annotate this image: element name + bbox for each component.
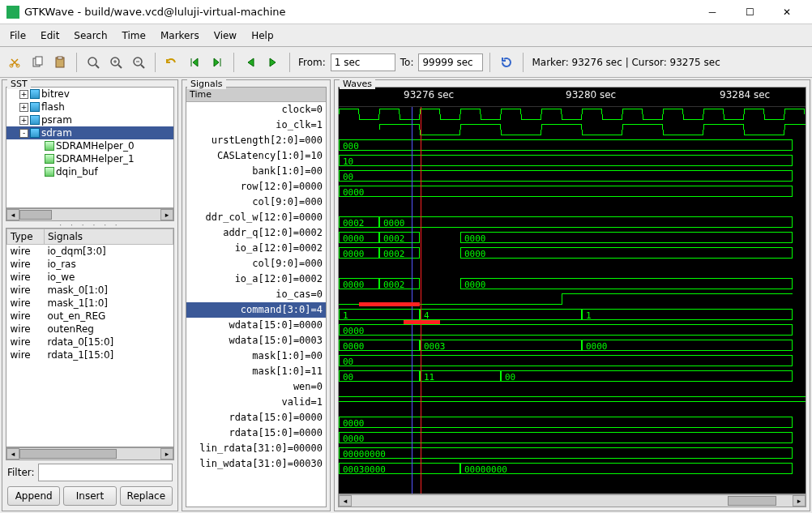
time-ruler[interactable]: 93276 sec93280 sec93284 sec xyxy=(339,88,806,107)
wave-track[interactable] xyxy=(339,107,806,122)
paste-icon[interactable] xyxy=(50,53,70,72)
tree-item-flash[interactable]: +flash xyxy=(6,100,173,113)
signal-item[interactable]: urstLength[2:0]=000 xyxy=(186,133,326,148)
tree-item-sdram[interactable]: -sdram xyxy=(6,126,173,139)
signal-item[interactable]: CASLatency[1:0]=10 xyxy=(186,148,326,164)
wave-track[interactable] xyxy=(339,384,806,400)
next-edge-icon[interactable] xyxy=(263,53,283,72)
signal-row[interactable]: wireout_en_REG xyxy=(7,310,173,323)
seek-start-icon[interactable] xyxy=(185,53,204,72)
minimize-button[interactable]: ─ xyxy=(694,0,731,24)
signal-item[interactable]: col[9:0]=000 xyxy=(186,256,326,271)
tree-hscroll[interactable]: ◂▸ xyxy=(6,208,174,221)
signal-item[interactable]: io_clk=1 xyxy=(186,118,326,133)
sash[interactable]: · · · · · · xyxy=(6,221,174,228)
reload-icon[interactable] xyxy=(497,53,516,72)
wave-track[interactable] xyxy=(339,122,806,138)
prev-edge-icon[interactable] xyxy=(241,53,260,72)
signal-item[interactable]: wdata[15:0]=0000 xyxy=(186,318,326,333)
wave-track[interactable]: 0000 xyxy=(339,184,806,199)
zoom-out-icon[interactable] xyxy=(129,53,148,72)
menu-view[interactable]: View xyxy=(207,27,243,45)
expander-icon[interactable]: + xyxy=(19,103,28,112)
signal-item[interactable]: valid=1 xyxy=(186,395,326,410)
from-input[interactable] xyxy=(331,53,395,71)
cursor-line[interactable] xyxy=(412,107,412,494)
wave-track[interactable]: 0000 xyxy=(339,430,806,446)
expander-icon[interactable]: + xyxy=(19,90,28,99)
zoom-in-icon[interactable] xyxy=(106,53,126,72)
wave-track[interactable] xyxy=(339,199,806,215)
signal-item[interactable]: clock=0 xyxy=(186,102,326,118)
signal-row[interactable]: wireio_ras xyxy=(7,258,173,271)
tree-item-bitrev[interactable]: +bitrev xyxy=(6,88,173,100)
signal-row[interactable]: wireio_we xyxy=(7,271,173,284)
wave-track[interactable]: 00 xyxy=(339,353,806,369)
wave-track[interactable]: 000000030000 xyxy=(339,338,806,353)
marker-line[interactable] xyxy=(421,107,421,494)
signal-row[interactable]: wireoutenReg xyxy=(7,323,173,336)
wave-track[interactable]: 0000 xyxy=(339,415,806,430)
signal-item[interactable]: io_cas=0 xyxy=(186,287,326,302)
signal-item[interactable]: io_a[12:0]=0002 xyxy=(186,241,326,256)
signal-row[interactable]: wireio_dqm[3:0] xyxy=(7,245,173,259)
menu-file[interactable]: File xyxy=(3,27,32,45)
wave-track[interactable] xyxy=(339,400,806,415)
expander-icon[interactable]: + xyxy=(19,116,28,125)
signal-row[interactable]: wiremask_0[1:0] xyxy=(7,284,173,297)
signal-item[interactable]: rdata[15:0]=0000 xyxy=(186,425,326,441)
maximize-button[interactable]: ☐ xyxy=(731,0,768,24)
signal-item[interactable]: bank[1:0]=00 xyxy=(186,164,326,179)
wave-track[interactable]: 0000 xyxy=(339,323,806,338)
signal-item[interactable]: mask[1:0]=00 xyxy=(186,348,326,364)
signal-row[interactable]: wirerdata_1[15:0] xyxy=(7,348,173,361)
menu-time[interactable]: Time xyxy=(116,27,152,45)
signal-list[interactable]: Time clock=0io_clk=1urstLength[2:0]=000C… xyxy=(186,87,327,507)
wave-track[interactable]: 0003000000000000 xyxy=(339,461,806,477)
signal-item[interactable]: io_a[12:0]=0002 xyxy=(186,271,326,287)
wave-track[interactable]: 00000000 xyxy=(339,446,806,461)
menu-markers[interactable]: Markers xyxy=(154,27,206,45)
wave-track[interactable]: 000000020000 xyxy=(339,246,806,261)
wave-track[interactable]: 000000020000 xyxy=(339,276,806,292)
signal-item[interactable]: lin_rdata[31:0]=00000 xyxy=(186,441,326,456)
signal-item[interactable]: ddr_col_w[12:0]=0000 xyxy=(186,210,326,225)
menu-search[interactable]: Search xyxy=(67,27,113,45)
wave-track[interactable]: 00 xyxy=(339,169,806,184)
wave-track[interactable] xyxy=(339,261,806,276)
append-button[interactable]: Append xyxy=(7,486,60,506)
wave-track[interactable]: 141 xyxy=(339,307,806,323)
menu-edit[interactable]: Edit xyxy=(34,27,66,45)
wave-track[interactable]: 10 xyxy=(339,153,806,169)
signal-item[interactable]: wdata[15:0]=0003 xyxy=(186,333,326,348)
expander-icon[interactable]: - xyxy=(19,129,28,138)
tree-item-dqin_buf[interactable]: dqin_buf xyxy=(6,165,173,178)
wave-track[interactable]: 001100 xyxy=(339,369,806,384)
signal-item[interactable]: mask[1:0]=11 xyxy=(186,364,326,379)
replace-button[interactable]: Replace xyxy=(120,486,173,506)
col-signals[interactable]: Signals xyxy=(45,229,173,245)
wave-tracks[interactable]: 0001000000000020000000000020000000000020… xyxy=(339,107,806,494)
signal-row[interactable]: wiremask_1[1:0] xyxy=(7,297,173,310)
zoom-fit-icon[interactable] xyxy=(83,53,103,72)
signal-item[interactable]: command[3:0]=4 xyxy=(186,302,326,318)
signal-item[interactable]: wen=0 xyxy=(186,379,326,395)
undo-icon[interactable] xyxy=(162,53,182,72)
tree-item-SDRAMHelper_1[interactable]: SDRAMHelper_1 xyxy=(6,152,173,165)
wave-track[interactable] xyxy=(339,292,806,307)
to-input[interactable] xyxy=(418,53,483,71)
tree-item-psram[interactable]: +psram xyxy=(6,113,173,126)
signal-item[interactable]: rdata[15:0]=0000 xyxy=(186,410,326,425)
typesig-hscroll[interactable]: ◂▸ xyxy=(6,447,174,460)
seek-end-icon[interactable] xyxy=(207,53,227,72)
signal-item[interactable]: lin_wdata[31:0]=00030 xyxy=(186,456,326,472)
wave-track[interactable]: 000000020000 xyxy=(339,230,806,246)
filter-input[interactable] xyxy=(38,464,173,481)
signal-item[interactable]: addr_q[12:0]=0002 xyxy=(186,225,326,241)
wave-hscroll[interactable]: ◂▸ xyxy=(338,494,806,507)
type-signals-table[interactable]: TypeSignals wireio_dqm[3:0]wireio_raswir… xyxy=(6,228,174,447)
signal-item[interactable]: row[12:0]=0000 xyxy=(186,179,326,195)
insert-button[interactable]: Insert xyxy=(63,486,116,506)
tree-item-SDRAMHelper_0[interactable]: SDRAMHelper_0 xyxy=(6,139,173,152)
signal-item[interactable]: col[9:0]=000 xyxy=(186,195,326,210)
